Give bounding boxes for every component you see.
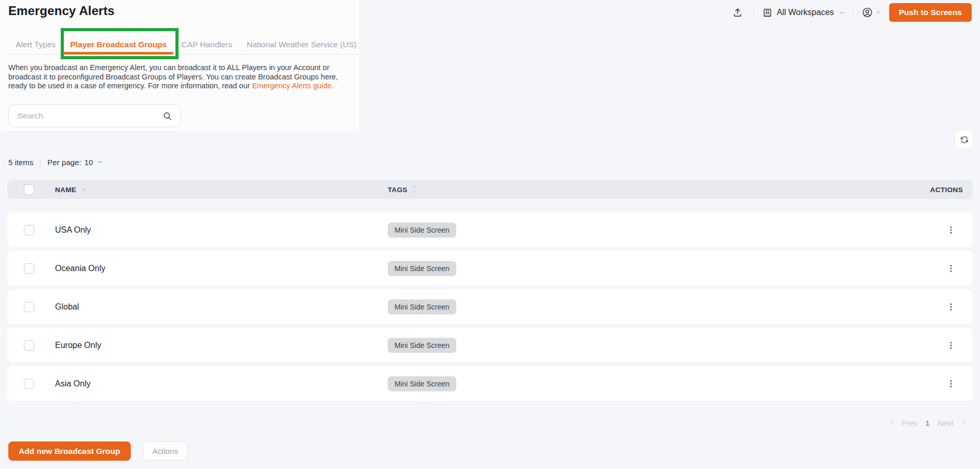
row-tags: Mini Side Screen bbox=[388, 338, 456, 353]
tag-badge: Mini Side Screen bbox=[388, 376, 456, 391]
page-title: Emergency Alerts bbox=[8, 4, 115, 18]
refresh-button[interactable] bbox=[955, 130, 974, 149]
pagination: Prev 1 Next bbox=[889, 419, 967, 427]
tab-cap-handlers[interactable]: CAP Handlers bbox=[174, 35, 239, 54]
sort-both-icon bbox=[412, 186, 417, 194]
row-checkbox[interactable] bbox=[24, 379, 34, 389]
push-to-screens-button[interactable]: Push to Screens bbox=[889, 3, 972, 22]
pagination-page-1[interactable]: 1 bbox=[925, 419, 930, 427]
table-row[interactable]: Global Mini Side Screen bbox=[7, 289, 973, 324]
kebab-icon bbox=[946, 341, 956, 350]
per-page-selector[interactable]: Per page: 10 bbox=[47, 158, 103, 167]
refresh-icon bbox=[960, 136, 969, 144]
row-tags: Mini Side Screen bbox=[388, 376, 456, 391]
row-actions-menu[interactable] bbox=[945, 261, 957, 276]
sort-down-icon bbox=[80, 186, 87, 193]
search-icon[interactable] bbox=[162, 111, 172, 121]
row-checkbox[interactable] bbox=[24, 302, 34, 312]
emergency-alerts-page: Emergency Alerts All Workspaces Push to … bbox=[0, 0, 980, 469]
items-count: 5 items bbox=[8, 158, 33, 167]
tab-alert-types[interactable]: Alert Types bbox=[8, 35, 63, 54]
row-actions-menu[interactable] bbox=[945, 338, 957, 353]
row-name: Asia Only bbox=[55, 379, 90, 388]
tab-national-weather-service[interactable]: National Weather Service (US) bbox=[239, 35, 364, 54]
column-label-tags: TAGS bbox=[388, 186, 407, 194]
broadcast-groups-table: NAME TAGS ACTIONS USA Only Mini Side Scr… bbox=[7, 180, 973, 405]
chevron-down-icon bbox=[97, 159, 103, 165]
description-text: When you broadcast an Emergency Alert, y… bbox=[8, 63, 355, 91]
user-icon bbox=[862, 7, 873, 18]
tag-badge: Mini Side Screen bbox=[388, 299, 456, 314]
workspace-selector[interactable]: All Workspaces bbox=[761, 8, 846, 18]
actions-button[interactable]: Actions bbox=[143, 441, 187, 461]
chevron-left-icon bbox=[889, 420, 895, 426]
divider bbox=[853, 4, 853, 21]
search-box bbox=[8, 104, 181, 127]
row-name: USA Only bbox=[55, 225, 91, 235]
table-body: USA Only Mini Side Screen Oceania Only M… bbox=[7, 212, 973, 401]
search-input[interactable] bbox=[9, 111, 162, 120]
column-header-actions: ACTIONS bbox=[930, 186, 963, 194]
row-name: Global bbox=[55, 302, 79, 312]
kebab-icon bbox=[946, 264, 956, 273]
table-row[interactable]: Oceania Only Mini Side Screen bbox=[7, 251, 973, 286]
row-name: Oceania Only bbox=[55, 264, 105, 273]
row-actions-menu[interactable] bbox=[945, 299, 957, 315]
add-broadcast-group-button[interactable]: Add new Broadcast Group bbox=[8, 441, 131, 461]
per-page-value: 10 bbox=[84, 158, 93, 167]
pagination-next-label: Next bbox=[937, 419, 954, 427]
row-tags: Mini Side Screen bbox=[388, 299, 456, 314]
user-menu-button[interactable] bbox=[861, 7, 882, 18]
footer-actions: Add new Broadcast Group Actions bbox=[8, 441, 187, 461]
emergency-alerts-guide-link[interactable]: Emergency Alerts guide bbox=[252, 82, 332, 90]
tag-badge: Mini Side Screen bbox=[388, 222, 456, 237]
divider bbox=[40, 157, 40, 167]
table-row[interactable]: USA Only Mini Side Screen bbox=[7, 212, 973, 247]
row-actions-menu[interactable] bbox=[945, 222, 957, 238]
chevron-right-icon bbox=[960, 420, 967, 426]
column-header-name[interactable]: NAME bbox=[55, 186, 87, 194]
row-name: Europe Only bbox=[55, 341, 101, 350]
select-all-checkbox[interactable] bbox=[24, 184, 34, 195]
table-header: NAME TAGS ACTIONS bbox=[7, 180, 973, 199]
row-checkbox[interactable] bbox=[24, 340, 34, 351]
column-header-tags[interactable]: TAGS bbox=[388, 186, 417, 194]
upload-button[interactable] bbox=[729, 4, 746, 21]
row-checkbox[interactable] bbox=[24, 225, 34, 235]
chevron-down-icon bbox=[876, 10, 881, 15]
description-suffix: . bbox=[332, 82, 334, 90]
upload-icon bbox=[732, 7, 743, 18]
workspaces-icon bbox=[763, 8, 772, 18]
topbar-actions: All Workspaces Push to Screens bbox=[729, 2, 972, 23]
kebab-icon bbox=[946, 302, 956, 312]
tab-player-broadcast-groups[interactable]: Player Broadcast Groups bbox=[63, 35, 174, 54]
pagination-prev-label: Prev bbox=[902, 419, 918, 427]
column-label-actions: ACTIONS bbox=[930, 186, 963, 194]
column-label-name: NAME bbox=[55, 186, 76, 194]
tab-bar: Alert Types Player Broadcast Groups CAP … bbox=[8, 35, 359, 55]
pagination-next[interactable]: Next bbox=[937, 419, 967, 427]
kebab-icon bbox=[946, 379, 956, 388]
row-tags: Mini Side Screen bbox=[388, 261, 456, 276]
pagination-prev[interactable]: Prev bbox=[889, 419, 918, 427]
row-checkbox[interactable] bbox=[24, 263, 34, 274]
list-meta: 5 items Per page: 10 bbox=[8, 157, 103, 167]
row-tags: Mini Side Screen bbox=[388, 222, 456, 237]
table-row[interactable]: Asia Only Mini Side Screen bbox=[7, 366, 973, 401]
row-actions-menu[interactable] bbox=[945, 376, 957, 392]
divider bbox=[754, 4, 754, 21]
workspace-label: All Workspaces bbox=[777, 8, 834, 17]
kebab-icon bbox=[946, 225, 956, 235]
chevron-down-icon bbox=[839, 10, 845, 16]
per-page-label: Per page: bbox=[47, 158, 81, 167]
table-row[interactable]: Europe Only Mini Side Screen bbox=[7, 328, 973, 363]
tag-badge: Mini Side Screen bbox=[388, 338, 456, 353]
tag-badge: Mini Side Screen bbox=[388, 261, 456, 276]
